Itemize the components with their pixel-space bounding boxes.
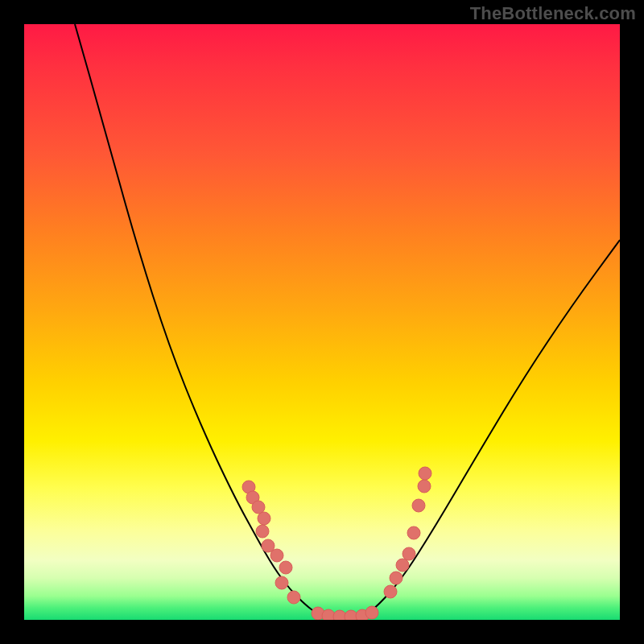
- bottom-dot-group: [312, 606, 378, 620]
- data-dot: [390, 572, 402, 584]
- data-dot: [419, 467, 431, 480]
- curve-layer: [24, 24, 620, 620]
- data-dot: [258, 512, 270, 525]
- data-dot: [270, 549, 283, 562]
- data-dot: [384, 585, 397, 598]
- data-dot: [256, 525, 269, 538]
- left-curve-path: [75, 24, 326, 617]
- plot-area: [24, 24, 620, 620]
- data-dot: [407, 526, 420, 539]
- chart-frame: TheBottleneck.com: [0, 0, 644, 644]
- data-dot: [418, 480, 431, 493]
- data-dot: [365, 606, 378, 619]
- left-dot-group: [242, 481, 300, 604]
- right-dot-group: [384, 467, 431, 598]
- data-dot: [322, 609, 335, 620]
- data-dot: [396, 559, 409, 572]
- data-dot: [402, 547, 415, 560]
- data-dot: [412, 499, 425, 512]
- data-dot: [279, 561, 292, 574]
- data-dot: [275, 576, 288, 589]
- data-dot: [287, 591, 300, 604]
- data-dot: [252, 501, 265, 514]
- watermark-text: TheBottleneck.com: [470, 3, 636, 24]
- data-dot: [333, 610, 346, 620]
